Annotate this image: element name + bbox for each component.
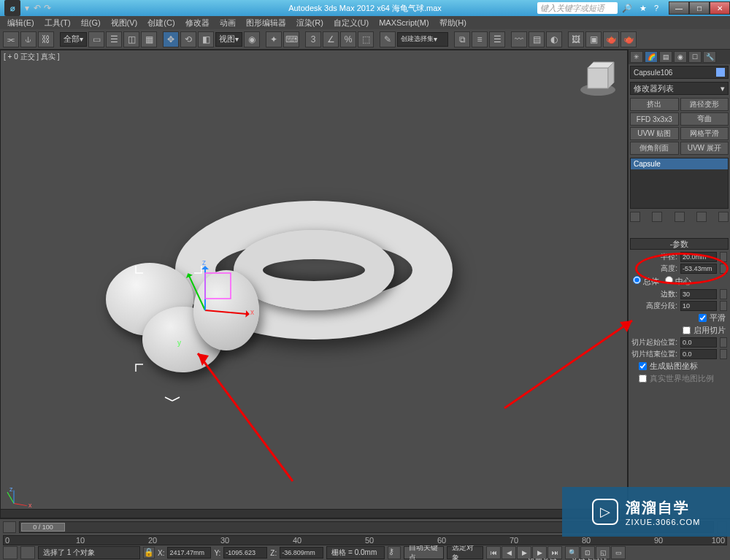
smooth-checkbox[interactable] xyxy=(699,314,707,322)
keymode-icon[interactable]: ⌨ xyxy=(283,31,299,47)
height-input[interactable]: -53.43mm xyxy=(680,264,717,274)
tab-utilities-icon[interactable]: 🔧 xyxy=(703,51,716,63)
prev-frame-icon[interactable]: ◀ xyxy=(502,546,516,559)
time-thumb[interactable]: 0 / 100 xyxy=(21,523,65,532)
timeline-left-icon[interactable] xyxy=(3,521,16,533)
radius-spinner[interactable] xyxy=(720,252,727,262)
tab-hierarchy-icon[interactable]: ▤ xyxy=(659,51,672,63)
pivot-icon[interactable]: ◉ xyxy=(244,31,260,47)
menu-animation[interactable]: 动画 xyxy=(215,18,240,28)
modbtn-uvwmap[interactable]: UVW 贴图 xyxy=(630,127,679,140)
selection-filter-dropdown[interactable]: 全部 ▾ xyxy=(60,32,87,47)
radius-input[interactable]: 20.0mm xyxy=(680,252,717,262)
named-selset-dropdown[interactable]: 创建选择集 ▾ xyxy=(397,32,448,47)
genuv-checkbox[interactable] xyxy=(639,362,647,370)
goto-start-icon[interactable]: ⏮ xyxy=(486,546,501,559)
unlink-icon[interactable]: ⫝ xyxy=(20,31,36,47)
menu-customize[interactable]: 自定义(U) xyxy=(329,18,373,28)
modbtn-pathdeform[interactable]: 路径变形 xyxy=(680,98,729,111)
hseg-input[interactable]: 10 xyxy=(680,301,717,311)
hseg-spinner[interactable] xyxy=(720,301,727,311)
minimize-button[interactable]: — xyxy=(669,1,689,15)
select-icon[interactable]: ▭ xyxy=(88,31,104,47)
tab-display-icon[interactable]: ☐ xyxy=(688,51,702,63)
script-mini-icon[interactable] xyxy=(3,546,18,559)
pin-stack-icon[interactable] xyxy=(630,212,640,222)
modifier-list-dropdown[interactable]: 修改器列表▾ xyxy=(630,82,729,95)
menu-graph[interactable]: 图形编辑器 xyxy=(242,18,291,28)
window-crossing-icon[interactable]: ▦ xyxy=(141,31,157,47)
search-icon[interactable]: 🔎 xyxy=(622,4,632,13)
remove-mod-icon[interactable] xyxy=(696,212,707,222)
rollout-params-header[interactable]: - 参数 xyxy=(630,238,729,250)
menu-group[interactable]: 组(G) xyxy=(77,18,105,28)
curveeditor-icon[interactable]: 〰 xyxy=(511,31,527,47)
spinnersnap-icon[interactable]: ⬚ xyxy=(358,31,374,47)
sides-input[interactable]: 30 xyxy=(680,289,717,299)
save-icon[interactable]: ▾ xyxy=(25,3,29,13)
menu-modifiers[interactable]: 修改器 xyxy=(181,18,214,28)
height-spinner[interactable] xyxy=(720,264,727,274)
mirror-icon[interactable]: ⧉ xyxy=(454,31,470,47)
make-unique-icon[interactable] xyxy=(675,212,685,222)
coord-x[interactable]: 2417.47mm xyxy=(167,547,211,559)
configure-sets-icon[interactable] xyxy=(718,212,729,222)
fov-icon[interactable]: ▭ xyxy=(611,546,626,559)
close-button[interactable]: ✕ xyxy=(710,1,730,15)
redo-icon[interactable]: ↷ xyxy=(44,3,51,13)
schematic-icon[interactable]: ▤ xyxy=(529,31,545,47)
move-icon[interactable]: ✥ xyxy=(163,31,179,47)
render-teapot2-icon[interactable]: 🫖 xyxy=(620,31,637,47)
snap-icon[interactable]: 3 xyxy=(305,31,321,47)
help-search-input[interactable]: 键入关键字或短语 xyxy=(537,2,618,14)
modbtn-bevelprofile[interactable]: 倒角剖面 xyxy=(630,142,679,155)
select-rect-icon[interactable]: ◫ xyxy=(123,31,139,47)
radio-overall[interactable]: 总体 xyxy=(633,276,659,287)
menu-maxscript[interactable]: MAXScript(M) xyxy=(374,18,433,27)
link-icon[interactable]: ⫘ xyxy=(3,31,19,47)
radio-center[interactable]: 中心 xyxy=(665,276,691,287)
percentsnap-icon[interactable]: % xyxy=(340,31,356,47)
refcoord-dropdown[interactable]: 视图 ▾ xyxy=(215,32,242,47)
favorite-icon[interactable]: ★ xyxy=(639,4,647,13)
editselset-icon[interactable]: ✎ xyxy=(380,31,396,47)
material-icon[interactable]: ◐ xyxy=(546,31,562,47)
tab-create-icon[interactable]: ✳ xyxy=(630,51,643,63)
lock-icon[interactable]: 🔒 xyxy=(143,547,155,559)
object-name-input[interactable]: Capsule106 xyxy=(630,66,729,79)
maximize-button[interactable]: □ xyxy=(689,1,710,15)
realworld-checkbox[interactable] xyxy=(639,375,647,383)
layers-icon[interactable]: ☰ xyxy=(489,31,505,47)
manipulate-icon[interactable]: ✦ xyxy=(266,31,282,47)
modbtn-ffd[interactable]: FFD 3x3x3 xyxy=(630,112,679,126)
modbtn-bend[interactable]: 弯曲 xyxy=(680,112,729,126)
key-icon[interactable]: ⚷ xyxy=(388,546,401,559)
align-icon[interactable]: ≡ xyxy=(472,31,488,47)
viewport-hscroll[interactable] xyxy=(1,509,627,518)
menu-create[interactable]: 创建(C) xyxy=(143,18,179,28)
rotate-icon[interactable]: ⟲ xyxy=(180,31,196,47)
listener-mini-icon[interactable] xyxy=(20,546,35,559)
tab-motion-icon[interactable]: ◉ xyxy=(674,51,687,63)
modbtn-extrude[interactable]: 挤出 xyxy=(630,98,679,111)
modbtn-meshsmooth[interactable]: 网格平滑 xyxy=(680,127,729,140)
stack-item-capsule[interactable]: Capsule xyxy=(631,158,728,169)
viewcube[interactable] xyxy=(576,58,620,101)
menu-tools[interactable]: 工具(T) xyxy=(40,18,75,28)
sides-spinner[interactable] xyxy=(720,289,727,299)
viewport[interactable]: [ + 0 正交 ] 真实 ] x y z xyxy=(0,50,628,518)
render-icon[interactable]: 🫖 xyxy=(603,31,619,47)
menu-help[interactable]: 帮助(H) xyxy=(435,18,471,28)
time-ruler[interactable]: 0 1020 3040 5060 7080 90100 xyxy=(3,535,727,545)
coord-y[interactable]: -1095.623 xyxy=(223,547,267,559)
tab-modify-icon[interactable]: 🌈 xyxy=(645,51,658,63)
menu-view[interactable]: 视图(V) xyxy=(107,18,142,28)
renderframe-icon[interactable]: ▣ xyxy=(585,31,602,47)
object-color-swatch[interactable] xyxy=(715,67,726,77)
select-name-icon[interactable]: ☰ xyxy=(106,31,122,47)
menu-render[interactable]: 渲染(R) xyxy=(292,18,328,28)
slice-checkbox[interactable] xyxy=(683,326,691,334)
coord-z[interactable]: -36.809mm xyxy=(280,547,323,559)
modbtn-uvwunwrap[interactable]: UVW 展开 xyxy=(680,142,729,155)
selset-combo[interactable]: 选定对象 xyxy=(447,546,483,559)
